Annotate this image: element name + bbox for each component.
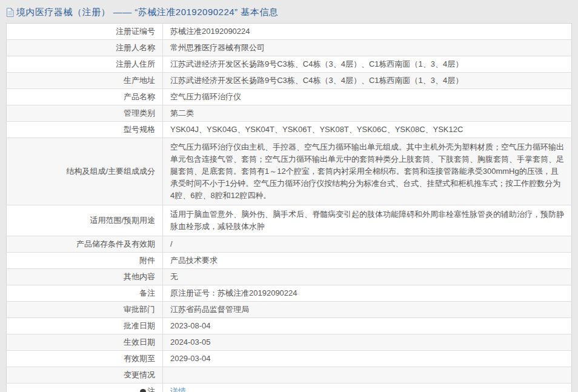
row-value-text: 无 xyxy=(170,272,178,281)
table-row: 变更情况 xyxy=(7,367,572,384)
row-label-text: 型号规格 xyxy=(124,125,155,134)
row-label-text: 管理类别 xyxy=(124,108,155,118)
row-value xyxy=(163,367,572,384)
row-label-text: 注 xyxy=(147,387,155,392)
row-label-text: 产品名称 xyxy=(124,92,155,101)
row-label-text: 生效日期 xyxy=(124,337,155,347)
row-value: YSK04J、YSK04G、YSK04T、YSK06T、YSK08T、YSK06… xyxy=(163,122,572,138)
row-value-text: 2024-03-05 xyxy=(170,337,211,347)
row-label-text: 批准日期 xyxy=(124,321,155,330)
row-label-text: 适用范围/预期用途 xyxy=(90,216,155,225)
row-value: 常州思雅医疗器械有限公司 xyxy=(163,40,572,56)
row-value-text: 江苏武进经济开发区长扬路9号C3栋、C4栋（3、4层）、C1栋西南面（1、3、4… xyxy=(170,59,463,68)
row-label-text: 生产地址 xyxy=(124,76,155,85)
row-value: 空气压力循环治疗仪 xyxy=(163,89,572,105)
row-value-text: 江苏武进经济开发区长扬路9号C3栋、C4栋（3、4层）、C1栋西南面（1、3、4… xyxy=(170,76,463,85)
row-label: 变更情况 xyxy=(7,367,163,384)
row-value-text: 产品技术要求 xyxy=(170,256,218,265)
row-value: 江苏省药品监督管理局 xyxy=(163,302,572,318)
table-row: 备注原注册证号：苏械注准20192090224 xyxy=(7,285,572,302)
row-value-text: 原注册证号：苏械注准20192090224 xyxy=(170,288,297,297)
detail-link[interactable]: 详情 xyxy=(170,387,186,392)
row-value: 江苏武进经济开发区长扬路9号C3栋、C4栋（3、4层）、C1栋西南面（1、3、4… xyxy=(163,73,572,89)
row-label: 有效期至 xyxy=(7,351,163,367)
note-balloon-icon xyxy=(140,389,146,392)
row-label-text: 变更情况 xyxy=(124,370,155,379)
row-value-text: 空气压力循环治疗仪 xyxy=(170,92,241,101)
table-row: 管理类别第二类 xyxy=(7,105,572,122)
row-value-text: 2023-08-04 xyxy=(170,321,211,330)
table-row: 有效期至2029-03-04 xyxy=(7,351,572,367)
row-value-text: 2029-03-04 xyxy=(170,354,211,363)
row-value-text: 江苏省药品监督管理局 xyxy=(170,305,249,314)
row-label-text: 备注 xyxy=(139,288,155,297)
row-label: 附件 xyxy=(7,253,163,269)
row-label-text: 注册证编号 xyxy=(116,27,155,36)
row-label: 产品储存条件及有效期 xyxy=(7,236,163,253)
table-row: 注册人名称常州思雅医疗器械有限公司 xyxy=(7,40,572,56)
row-label-text: 附件 xyxy=(139,256,155,265)
row-label: 注册证编号 xyxy=(7,24,163,40)
row-value: 苏械注准20192090224 xyxy=(163,24,572,40)
row-label: 结构及组成/主要组成成分 xyxy=(7,138,163,205)
row-label: 管理类别 xyxy=(7,105,163,122)
row-value: 2029-03-04 xyxy=(163,351,572,367)
row-value: 第二类 xyxy=(163,105,572,122)
row-label: 注 xyxy=(7,384,163,392)
row-value-text: 适用于脑血管意外、脑外伤、脑手术后、脊髓病变引起的肢体功能障碍和外周非栓塞性脉管… xyxy=(170,210,564,231)
table-row: 生产地址江苏武进经济开发区长扬路9号C3栋、C4栋（3、4层）、C1栋西南面（1… xyxy=(7,73,572,89)
row-label-text: 注册人住所 xyxy=(116,59,155,68)
table-row: 批准日期2023-08-04 xyxy=(7,318,572,334)
row-label: 型号规格 xyxy=(7,122,163,138)
row-value-text: 第二类 xyxy=(170,108,194,118)
row-value: 无 xyxy=(163,269,572,285)
row-label-text: 产品储存条件及有效期 xyxy=(76,239,155,248)
row-label: 适用范围/预期用途 xyxy=(7,205,163,236)
row-value: 详情 xyxy=(163,384,572,392)
row-value: 空气压力循环治疗仪由主机、手控器、空气压力循环输出单元组成。其中主机外壳为塑料材… xyxy=(163,138,572,205)
row-label-text: 结构及组成/主要组成成分 xyxy=(66,167,155,176)
page-title: 境内医疗器械（注册） —— “苏械注准20192090224” 基本信息 xyxy=(16,7,278,18)
document-icon xyxy=(6,8,14,17)
row-value: 江苏武进经济开发区长扬路9号C3栋、C4栋（3、4层）、C1栋西南面（1、3、4… xyxy=(163,56,572,73)
row-label-text: 审批部门 xyxy=(124,305,155,314)
table-row: 注详情 xyxy=(7,384,572,392)
row-label: 审批部门 xyxy=(7,302,163,318)
table-row: 结构及组成/主要组成成分空气压力循环治疗仪由主机、手控器、空气压力循环输出单元组… xyxy=(7,138,572,205)
registration-info-table: 注册证编号苏械注准20192090224注册人名称常州思雅医疗器械有限公司注册人… xyxy=(6,23,572,392)
row-value: 产品技术要求 xyxy=(163,253,572,269)
row-value: / xyxy=(163,236,572,253)
row-value: 2024-03-05 xyxy=(163,334,572,351)
row-value: 2023-08-04 xyxy=(163,318,572,334)
table-row: 产品名称空气压力循环治疗仪 xyxy=(7,89,572,105)
row-label-text: 有效期至 xyxy=(124,354,155,363)
row-value-text: / xyxy=(170,239,173,248)
table-row: 附件产品技术要求 xyxy=(7,253,572,269)
table-row: 其他内容无 xyxy=(7,269,572,285)
row-label: 生产地址 xyxy=(7,73,163,89)
row-value-text: YSK04J、YSK04G、YSK04T、YSK06T、YSK08T、YSK06… xyxy=(170,125,463,134)
page-header: 境内医疗器械（注册） —— “苏械注准20192090224” 基本信息 xyxy=(0,0,578,23)
row-label: 注册人名称 xyxy=(7,40,163,56)
row-value-text: 苏械注准20192090224 xyxy=(170,27,250,36)
row-value: 适用于脑血管意外、脑外伤、脑手术后、脊髓病变引起的肢体功能障碍和外周非栓塞性脉管… xyxy=(163,205,572,236)
row-label: 生效日期 xyxy=(7,334,163,351)
row-label: 其他内容 xyxy=(7,269,163,285)
table-row: 产品储存条件及有效期/ xyxy=(7,236,572,253)
table-row: 型号规格YSK04J、YSK04G、YSK04T、YSK06T、YSK08T、Y… xyxy=(7,122,572,138)
table-row: 审批部门江苏省药品监督管理局 xyxy=(7,302,572,318)
row-label-text: 注册人名称 xyxy=(116,43,155,52)
row-label: 产品名称 xyxy=(7,89,163,105)
table-row: 适用范围/预期用途适用于脑血管意外、脑外伤、脑手术后、脊髓病变引起的肢体功能障碍… xyxy=(7,205,572,236)
row-label: 注册人住所 xyxy=(7,56,163,73)
row-label-text: 其他内容 xyxy=(124,272,155,281)
row-label: 备注 xyxy=(7,285,163,302)
table-row: 注册人住所江苏武进经济开发区长扬路9号C3栋、C4栋（3、4层）、C1栋西南面（… xyxy=(7,56,572,73)
row-value-text: 常州思雅医疗器械有限公司 xyxy=(170,43,265,52)
table-row: 注册证编号苏械注准20192090224 xyxy=(7,24,572,40)
row-value: 原注册证号：苏械注准20192090224 xyxy=(163,285,572,302)
table-row: 生效日期2024-03-05 xyxy=(7,334,572,351)
row-label: 批准日期 xyxy=(7,318,163,334)
row-value-text: 空气压力循环治疗仪由主机、手控器、空气压力循环输出单元组成。其中主机外壳为塑料材… xyxy=(170,142,564,200)
